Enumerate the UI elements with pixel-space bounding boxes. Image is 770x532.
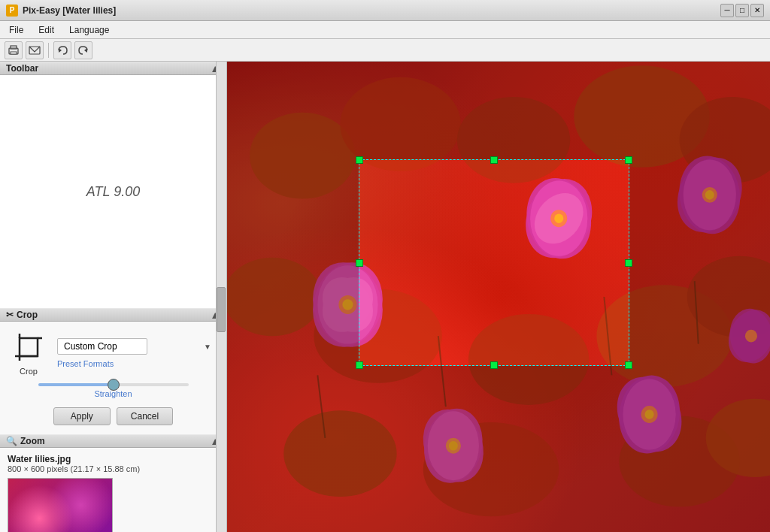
window-title: Pix-Easy [Water lilies] <box>23 5 720 16</box>
crop-handle-top-left[interactable] <box>356 156 363 164</box>
crop-handle-top-right[interactable] <box>625 156 632 164</box>
svg-rect-2 <box>11 52 17 54</box>
menubar: File Edit Language <box>0 21 770 39</box>
svg-marker-4 <box>59 48 62 53</box>
menu-edit[interactable]: Edit <box>32 23 60 37</box>
straighten-slider[interactable] <box>38 383 189 386</box>
minimize-button[interactable]: ─ <box>720 4 734 17</box>
menu-file[interactable]: File <box>3 23 29 37</box>
crop-handle-middle-right[interactable] <box>625 259 632 267</box>
crop-tool-icon <box>12 331 45 364</box>
titlebar: P Pix-Easy [Water lilies] ─ □ ✕ <box>0 0 770 21</box>
svg-marker-5 <box>84 48 87 53</box>
redo-button[interactable] <box>74 41 92 59</box>
crop-handle-top-middle[interactable] <box>490 156 498 164</box>
toolbar-panel: ATL 9.00 <box>0 75 226 308</box>
zoom-section-label: Zoom <box>20 436 45 446</box>
toolbar-row <box>0 39 770 62</box>
svg-point-21 <box>283 410 396 497</box>
crop-section-header: ✂ Crop ▲ <box>0 308 226 322</box>
crop-handle-middle-left[interactable] <box>356 259 363 267</box>
crop-handle-bottom-right[interactable] <box>625 361 632 369</box>
svg-point-59 <box>745 330 757 343</box>
window-controls: ─ □ ✕ <box>720 4 764 17</box>
svg-rect-1 <box>11 46 17 49</box>
zoom-thumbnail <box>8 478 113 532</box>
menu-language[interactable]: Language <box>63 23 115 37</box>
crop-buttons: Apply Cancel <box>12 407 214 425</box>
undo-button[interactable] <box>53 41 71 59</box>
zoom-section-header: 🔍 Zoom ▲ <box>0 434 226 448</box>
zoom-info: 800 × 600 pixels (21.17 × 15.88 cm) <box>8 464 219 473</box>
crop-section-icon: ✂ <box>6 310 14 320</box>
toolbar-section-label: Toolbar <box>6 63 38 74</box>
print-button[interactable] <box>5 41 23 59</box>
maximize-button[interactable]: □ <box>735 4 749 17</box>
svg-point-51 <box>449 441 458 451</box>
crop-controls: Custom Crop 1:1 4:3 16:9 3:2 ▼ Preset Fo… <box>57 338 214 368</box>
straighten-area: Straighten <box>12 383 214 398</box>
scrollbar-thumb[interactable] <box>217 287 226 332</box>
left-scrollbar[interactable] <box>216 62 226 532</box>
crop-handle-bottom-middle[interactable] <box>490 361 498 369</box>
cancel-button[interactable]: Cancel <box>117 407 173 425</box>
crop-selection[interactable] <box>359 159 629 366</box>
straighten-label[interactable]: Straighten <box>94 389 132 398</box>
app-icon: P <box>6 5 18 17</box>
close-button[interactable]: ✕ <box>750 4 764 17</box>
atl-value: ATL 9.00 <box>86 184 140 200</box>
zoom-thumb-image <box>8 479 112 532</box>
crop-tool-label: Crop <box>20 367 38 376</box>
crop-handle-bottom-left[interactable] <box>356 361 363 369</box>
toolbar-section-header: Toolbar ▲ <box>0 62 226 75</box>
mail-button[interactable] <box>26 41 44 59</box>
svg-point-56 <box>645 410 654 419</box>
svg-rect-6 <box>20 338 38 356</box>
image-area <box>227 62 770 532</box>
zoom-section-icon: 🔍 <box>6 436 17 446</box>
svg-point-11 <box>250 113 355 199</box>
svg-point-35 <box>342 299 353 310</box>
apply-button[interactable]: Apply <box>53 407 111 425</box>
svg-point-46 <box>705 190 714 200</box>
crop-dropdown-wrap: Custom Crop 1:1 4:3 16:9 3:2 ▼ <box>57 338 214 355</box>
crop-panel: Crop Custom Crop 1:1 4:3 16:9 3:2 ▼ Pres… <box>0 322 226 434</box>
crop-section-label: Crop <box>17 310 38 320</box>
crop-top-row: Crop Custom Crop 1:1 4:3 16:9 3:2 ▼ Pres… <box>12 331 214 376</box>
crop-dropdown-arrow-icon: ▼ <box>204 343 211 351</box>
crop-format-select[interactable]: Custom Crop 1:1 4:3 16:9 3:2 <box>57 338 147 355</box>
preset-formats-link[interactable]: Preset Formats <box>57 359 214 368</box>
zoom-panel: Water lilies.jpg 800 × 600 pixels (21.17… <box>0 448 226 532</box>
zoom-content: Water lilies.jpg 800 × 600 pixels (21.17… <box>0 448 226 532</box>
svg-point-16 <box>227 258 321 336</box>
main-layout: Toolbar ▲ ATL 9.00 ✂ Crop ▲ <box>0 62 770 532</box>
crop-icon-area: Crop <box>12 331 45 376</box>
zoom-filename: Water lilies.jpg <box>8 454 219 464</box>
main-image <box>227 62 770 532</box>
left-panel: Toolbar ▲ ATL 9.00 ✂ Crop ▲ <box>0 62 227 532</box>
toolbar-separator <box>48 43 49 58</box>
